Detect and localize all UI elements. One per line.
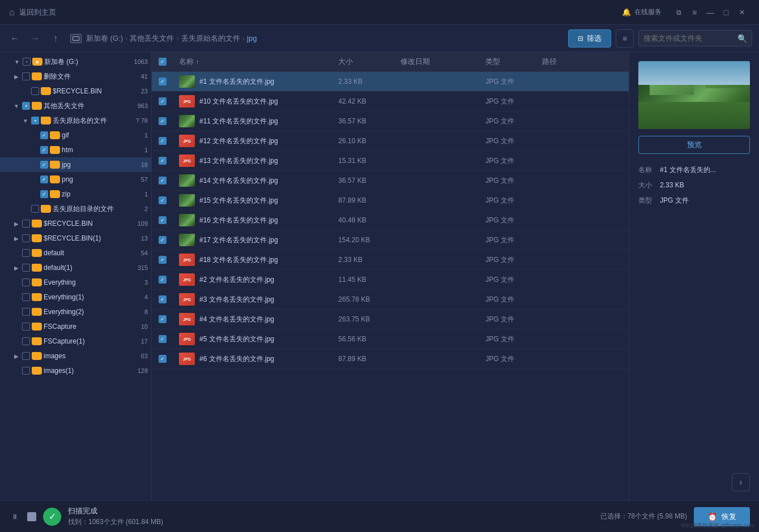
pause-button[interactable]: ⏸ <box>9 511 20 522</box>
sidebar-item-images[interactable]: ▶ images 63 <box>0 349 151 363</box>
sidebar-item-png[interactable]: ✓ png 57 <box>0 172 151 187</box>
table-row[interactable]: ✓ #14 文件名丢失的文件.jpg 36.57 KB JPG 文件 <box>152 171 629 191</box>
tree-toggle-other[interactable]: ▼ <box>12 102 20 110</box>
sidebar-item-everything[interactable]: Everything 3 <box>0 275 151 290</box>
sidebar-item-everything2[interactable]: Everything(2) 8 <box>0 304 151 319</box>
sidebar-item-fscapture[interactable]: FSCapture 10 <box>0 319 151 334</box>
checkbox-zip[interactable]: ✓ <box>40 190 48 198</box>
table-row[interactable]: ✓ #17 文件名丢失的文件.jpg 154.20 KB JPG 文件 <box>152 230 629 250</box>
breadcrumb-item-drive[interactable]: 新加卷 (G:) <box>86 33 123 44</box>
checkbox-recycle3[interactable] <box>22 234 30 242</box>
row-checkbox[interactable]: ✓ <box>159 78 167 85</box>
forward-button[interactable]: → <box>27 31 43 46</box>
tree-toggle-lostname[interactable]: ▼ <box>22 117 29 125</box>
sidebar-item-default1[interactable]: ▶ default(1) 315 <box>0 260 151 275</box>
breadcrumb-item-2[interactable]: 丢失原始名的文件 <box>181 33 240 44</box>
row-checkbox[interactable]: ✓ <box>159 276 167 284</box>
checkbox-other[interactable]: ▪ <box>22 102 30 110</box>
breadcrumb-item-current[interactable]: jpg <box>247 34 257 42</box>
checkbox-images[interactable] <box>22 352 30 360</box>
sidebar-item-delete[interactable]: ▶ 删除文件 41 <box>0 69 151 84</box>
window-close-button[interactable]: ✕ <box>734 5 750 20</box>
checkbox-fscapture1[interactable] <box>22 337 30 345</box>
sidebar-item-lostname[interactable]: ▼ ▪ 丢失原始名的文件 ? 78 <box>0 113 151 128</box>
table-row[interactable]: ✓ JPG #10 文件名丢失的文件.jpg 42.42 KB JPG 文件 <box>152 92 629 111</box>
row-checkbox[interactable]: ✓ <box>159 117 167 125</box>
sidebar-item-otherlost[interactable]: ▼ ▪ 其他丢失文件 963 <box>0 98 151 113</box>
sidebar-item-drive[interactable]: ▼ ▪ ■ 新加卷 (G:) 1063 <box>0 54 151 69</box>
checkbox-gif[interactable]: ✓ <box>40 131 48 139</box>
tree-toggle-drive[interactable]: ▼ <box>13 58 21 66</box>
window-minimize-button[interactable]: — <box>702 5 718 20</box>
checkbox-recycle2[interactable] <box>22 220 30 228</box>
row-checkbox[interactable]: ✓ <box>159 315 167 323</box>
up-button[interactable]: ↑ <box>48 31 63 46</box>
checkbox-everything[interactable] <box>22 278 30 286</box>
sidebar-item-everything1[interactable]: Everything(1) 4 <box>0 290 151 304</box>
table-row[interactable]: ✓ JPG #4 文件名丢失的文件.jpg 263.75 KB JPG 文件 <box>152 310 629 329</box>
checkbox-default[interactable] <box>22 249 30 257</box>
table-row[interactable]: ✓ JPG #2 文件名丢失的文件.jpg 11.45 KB JPG 文件 <box>152 270 629 290</box>
back-button[interactable]: ← <box>7 31 23 46</box>
window-maximize-button[interactable]: □ <box>718 5 734 20</box>
sidebar-item-default[interactable]: default 54 <box>0 246 151 260</box>
sidebar-item-fscapture1[interactable]: FSCapture(1) 17 <box>0 334 151 349</box>
sidebar-item-zip[interactable]: ✓ zip 1 <box>0 187 151 201</box>
checkbox-jpg[interactable]: ✓ <box>40 161 48 169</box>
preview-next-button[interactable]: › <box>732 473 750 491</box>
row-checkbox[interactable]: ✓ <box>159 236 167 244</box>
table-row[interactable]: ✓ JPG #12 文件名丢失的文件.jpg 26.10 KB JPG 文件 <box>152 131 629 151</box>
search-input[interactable] <box>643 31 734 46</box>
header-checkbox-all[interactable]: ✓ <box>159 58 167 66</box>
row-checkbox[interactable]: ✓ <box>159 355 167 363</box>
checkbox-fscapture[interactable] <box>22 323 30 331</box>
column-header-path[interactable]: 路径 <box>542 57 622 67</box>
checkbox-delete[interactable] <box>22 72 30 80</box>
sidebar-item-recycle3[interactable]: ▶ $RECYCLE.BIN(1) 13 <box>0 231 151 246</box>
stop-button[interactable] <box>27 512 36 521</box>
table-row[interactable]: ✓ JPG #18 文件名丢失的文件.jpg 2.33 KB JPG 文件 <box>152 250 629 270</box>
table-row[interactable]: ✓ JPG #3 文件名丢失的文件.jpg 265.78 KB JPG 文件 <box>152 290 629 310</box>
table-row[interactable]: ✓ JPG #5 文件名丢失的文件.jpg 56.56 KB JPG 文件 <box>152 329 629 349</box>
tree-toggle-recycle3[interactable]: ▶ <box>12 234 20 242</box>
row-checkbox[interactable]: ✓ <box>159 216 167 224</box>
breadcrumb-item-1[interactable]: 其他丢失文件 <box>130 33 174 44</box>
tree-toggle-default1[interactable]: ▶ <box>12 264 20 272</box>
tree-toggle-delete[interactable]: ▶ <box>12 72 20 80</box>
table-row[interactable]: ✓ JPG #6 文件名丢失的文件.jpg 87.89 KB JPG 文件 <box>152 349 629 369</box>
sidebar-item-gif[interactable]: ✓ gif 1 <box>0 128 151 143</box>
checkbox-images1[interactable] <box>22 367 30 375</box>
sidebar-item-htm[interactable]: ✓ htm 1 <box>0 143 151 157</box>
online-service-button[interactable]: 🔔 在线服务 <box>622 7 662 17</box>
table-row[interactable]: ✓ #1 文件名丢失的文件.jpg 2.33 KB JPG 文件 <box>152 72 629 92</box>
checkbox-lostdir[interactable] <box>31 205 39 213</box>
help-icon[interactable]: ? <box>136 117 139 124</box>
row-checkbox[interactable]: ✓ <box>159 177 167 185</box>
sidebar-item-lostdir[interactable]: 丢失原始目录的文件 2 <box>0 201 151 216</box>
filter-button[interactable]: ⊟ 筛选 <box>568 29 611 48</box>
row-checkbox[interactable]: ✓ <box>159 196 167 204</box>
checkbox-recycle1[interactable] <box>31 87 39 95</box>
preview-button[interactable]: 预览 <box>638 136 750 154</box>
sidebar-item-recycle1[interactable]: $RECYCLE.BIN 23 <box>0 84 151 98</box>
column-header-name[interactable]: 名称 ↑ <box>179 57 338 67</box>
column-header-size[interactable]: 大小 <box>338 57 400 67</box>
checkbox-png[interactable]: ✓ <box>40 175 48 183</box>
table-row[interactable]: ✓ JPG #13 文件名丢失的文件.jpg 15.31 KB JPG 文件 <box>152 151 629 171</box>
sidebar-item-jpg[interactable]: ✓ jpg 18 <box>0 157 151 172</box>
tree-toggle-recycle2[interactable]: ▶ <box>12 220 20 228</box>
sidebar-item-recycle2[interactable]: ▶ $RECYCLE.BIN 109 <box>0 216 151 231</box>
column-header-type[interactable]: 类型 <box>485 57 542 67</box>
table-row[interactable]: ✓ #15 文件名丢失的文件.jpg 87.89 KB JPG 文件 <box>152 191 629 211</box>
tree-toggle-images[interactable]: ▶ <box>12 352 20 360</box>
checkbox-everything2[interactable] <box>22 308 30 316</box>
home-button[interactable]: ⌂ 返回到主页 <box>9 7 56 18</box>
view-toggle-button[interactable]: ≡ <box>616 29 634 48</box>
checkbox-htm[interactable]: ✓ <box>40 146 48 154</box>
window-menu-button[interactable]: ≡ <box>686 5 702 20</box>
column-header-date[interactable]: 修改日期 <box>400 57 485 67</box>
table-row[interactable]: ✓ #16 文件名丢失的文件.jpg 40.48 KB JPG 文件 <box>152 211 629 230</box>
table-row[interactable]: ✓ #11 文件名丢失的文件.jpg 36.57 KB JPG 文件 <box>152 111 629 131</box>
row-checkbox[interactable]: ✓ <box>159 256 167 264</box>
window-restore-button[interactable]: ⧉ <box>671 5 686 20</box>
